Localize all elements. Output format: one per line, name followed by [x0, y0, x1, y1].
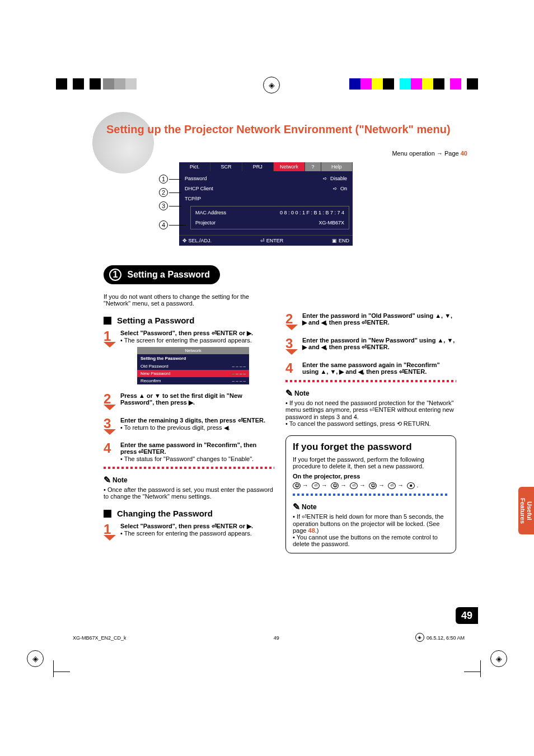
- page-link-40[interactable]: 40: [461, 150, 467, 157]
- section-intro: If you do not want others to change the …: [104, 293, 260, 307]
- section-pill-setting-password: 1 Setting a Password: [104, 265, 220, 284]
- forget-note-1: If ⏎ENTER is held down for more than 5 s…: [293, 513, 449, 534]
- title-decoration: [92, 112, 154, 173]
- r-step-3: 3 Enter the password in "New Password" u…: [285, 337, 456, 357]
- page-content: Setting up the Projector Network Environ…: [53, 104, 479, 553]
- callout-2: 2: [159, 188, 168, 197]
- osd-tab-pict: Pict.: [179, 162, 210, 171]
- forget-title: If you forget the password: [293, 442, 449, 453]
- change-step-1: 1 Select "Password", then press ⏎ENTER o…: [104, 523, 274, 543]
- note-bullet-1: If you do not need the password protecti…: [285, 400, 456, 420]
- left-column: Setting a Password 1 Select "Password", …: [104, 312, 274, 553]
- osd-tab-help-icon: ?: [305, 162, 321, 171]
- note-header: ✎Note: [293, 501, 449, 512]
- step-2: 2 Press ▲ or ▼ to set the first digit in…: [104, 392, 274, 412]
- note-bullet-2: To cancel the password settings, press ⟲…: [285, 420, 456, 428]
- reg-target-icon: ◈: [415, 633, 424, 642]
- osd-row-password: Password➪ Disable: [182, 173, 349, 184]
- right-column: 2 Enter the password in "Old Password" u…: [285, 312, 456, 553]
- menu-icon: ■: [407, 482, 415, 489]
- osd-foot-sel: ✥ SEL./ADJ.: [182, 238, 212, 243]
- standby-icon: ⏻: [331, 482, 339, 489]
- pencil-icon: ✎: [104, 475, 111, 485]
- forget-press-label: On the projector, press: [293, 473, 449, 480]
- osd-tab-network: Network: [274, 162, 305, 171]
- osd-row-dhcp: DHCP Client➪ On: [182, 184, 349, 194]
- osd-foot-enter: ⏎ ENTER: [260, 238, 283, 243]
- osd-tab-help: Help: [321, 162, 353, 171]
- note-divider: [104, 467, 274, 469]
- enter-icon: ⏎: [312, 482, 320, 489]
- note-divider: [285, 380, 456, 382]
- reg-bar-left: [56, 78, 137, 90]
- r-step-4: 4 Enter the same password again in "Reco…: [285, 361, 456, 375]
- note-text: Once after the password is set, you must…: [104, 486, 274, 500]
- subheading-setting-password: Setting a Password: [104, 316, 274, 325]
- page-title: Setting up the Projector Network Environ…: [106, 123, 479, 136]
- pencil-icon: ✎: [293, 501, 300, 512]
- r-step-2: 2 Enter the password in "Old Password" u…: [285, 312, 456, 332]
- page-link-48[interactable]: 48: [308, 527, 315, 534]
- standby-icon: ⏻: [369, 482, 377, 489]
- reg-bar-right: [349, 78, 478, 90]
- square-bullet-icon: [104, 510, 111, 518]
- standby-icon: ⏻: [293, 482, 301, 489]
- note-header: ✎Note: [104, 475, 274, 485]
- square-bullet-icon: [104, 317, 111, 325]
- reg-target-icon: ◈: [27, 650, 44, 667]
- forget-note-2: You cannot use the buttons on the remote…: [293, 534, 449, 547]
- side-tab-useful-features: Useful Features: [518, 487, 534, 534]
- registration-bottom: ◈ ◈: [0, 652, 534, 674]
- print-footer: XG-MB67X_EN2_CD_k 49 ◈06.5.12, 6:50 AM: [73, 635, 465, 641]
- forget-text: If you forget the password, perform the …: [293, 456, 449, 469]
- step-1: 1 Select "Password", then press ⏎ENTER o…: [104, 330, 274, 388]
- reg-target-icon: ◈: [263, 77, 280, 93]
- callout-1: 1: [159, 175, 168, 184]
- osd-tab-scr: SCR: [210, 162, 242, 171]
- forget-password-box: If you forget the password If you forget…: [285, 435, 456, 553]
- step-3: 3 Enter the remaining 3 digits, then pre…: [104, 417, 274, 437]
- osd-sub-box: MAC Address0 8 : 0 0 : 1 F : B 1 : B 7 :…: [190, 206, 349, 229]
- reg-target-icon: ◈: [490, 650, 507, 667]
- callout-4: 4: [159, 220, 168, 229]
- osd-foot-end: ▣ END: [332, 238, 349, 243]
- note-header: ✎Note: [285, 388, 456, 398]
- step-4: 4 Enter the same password in "Reconfirm"…: [104, 442, 274, 462]
- callout-3: 3: [159, 201, 168, 210]
- page-number: 49: [456, 607, 478, 624]
- enter-icon: ⏎: [388, 482, 396, 489]
- mini-osd-password: Network Setting the Password Old Passwor…: [137, 347, 249, 384]
- enter-icon: ⏎: [350, 482, 358, 489]
- subheading-changing-password: Changing the Password: [104, 509, 274, 518]
- osd-tab-prj: PRJ: [242, 162, 274, 171]
- pencil-icon: ✎: [285, 388, 293, 398]
- note-divider-blue: [293, 494, 449, 496]
- registration-top: ◈: [0, 78, 534, 101]
- osd-row-tcpip: TCP/IP: [182, 194, 349, 204]
- button-sequence: ⏻→ ⏎→ ⏻→ ⏎→ ⏻→ ⏎→ ■ .: [293, 482, 449, 489]
- osd-menu-graphic: Pict. SCR PRJ Network ? Help Password➪ D…: [179, 162, 353, 246]
